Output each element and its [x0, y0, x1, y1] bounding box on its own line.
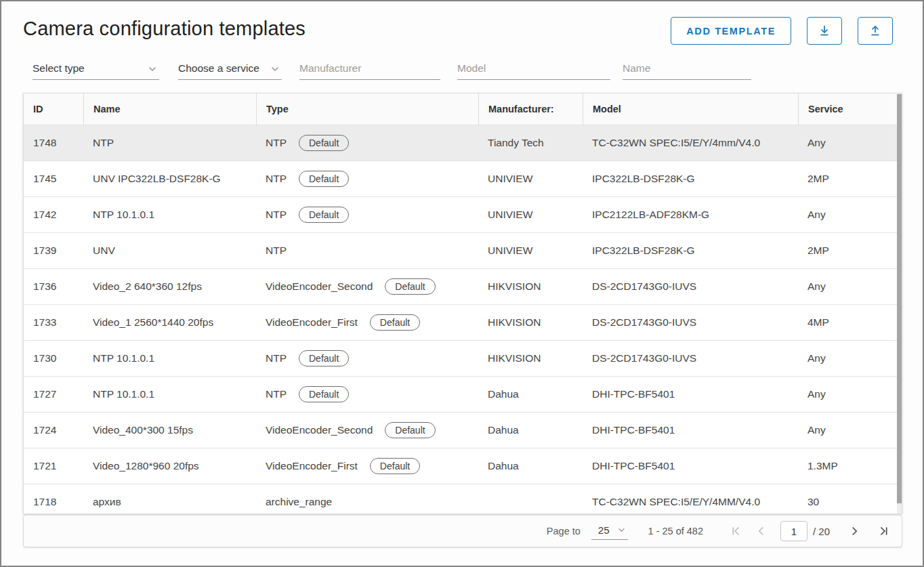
chevron-left-icon	[754, 524, 769, 539]
first-page-button[interactable]	[728, 523, 744, 539]
column-header-id[interactable]: ID	[24, 93, 83, 125]
cell-service: 2MP	[798, 173, 898, 185]
first-page-icon	[728, 524, 743, 539]
manufacturer-field	[299, 58, 440, 80]
previous-page-button[interactable]	[753, 523, 770, 539]
last-page-button[interactable]	[876, 523, 892, 539]
service-select[interactable]: Choose a service	[178, 58, 282, 80]
last-page-icon	[877, 524, 891, 539]
export-button[interactable]	[807, 17, 842, 45]
cell-manufacturer: Dahua	[478, 388, 583, 400]
cell-name: UNV	[83, 245, 256, 257]
import-button[interactable]	[858, 17, 893, 45]
column-header-manufacturer[interactable]: Manufacturer:	[478, 93, 583, 125]
cell-model: DHI-TPC-BF5401	[583, 388, 798, 400]
column-header-type[interactable]: Type	[256, 93, 478, 125]
cell-id: 1736	[24, 280, 83, 293]
column-header-service[interactable]: Service	[798, 93, 898, 125]
table-row[interactable]: 1730 NTP 10.1.0.1 NTP Default HIKVISION …	[24, 341, 898, 377]
cell-manufacturer: HIKVISION	[478, 352, 583, 364]
page-number-input[interactable]	[780, 521, 807, 541]
cell-type: VideoEncoder_Second Default	[256, 278, 478, 295]
cell-id: 1724	[24, 424, 83, 436]
table-row[interactable]: 1742 NTP 10.1.0.1 NTP Default UNIVIEW IP…	[24, 197, 898, 233]
table-row[interactable]: 1721 Video_1280*960 20fps VideoEncoder_F…	[24, 448, 898, 484]
cell-name: NTP	[83, 137, 256, 149]
cell-model: DS-2CD1743G0-IUVS	[583, 352, 798, 364]
default-badge: Default	[370, 458, 420, 474]
cell-id: 1748	[24, 137, 83, 149]
type-text: NTP	[266, 352, 287, 364]
upload-icon	[867, 23, 883, 39]
templates-table: ID Name Type Manufacturer: Model Service…	[23, 93, 902, 514]
cell-type: VideoEncoder_Second Default	[256, 422, 478, 438]
cell-model: TC-C32WN SPEC:I5/E/Y/4mm/V4.0	[583, 137, 798, 149]
table-scrollbar[interactable]	[897, 93, 902, 513]
type-select[interactable]: Select type	[33, 58, 159, 80]
type-text: NTP	[266, 209, 287, 221]
cell-name: NTP 10.1.0.1	[83, 388, 256, 400]
cell-name: Video_1 2560*1440 20fps	[83, 316, 256, 329]
model-input[interactable]	[457, 62, 610, 76]
cell-model: TC-C32WN SPEC:I5/E/Y/4MM/V4.0	[583, 496, 798, 508]
cell-id: 1721	[24, 460, 83, 472]
cell-type: NTP Default	[256, 207, 478, 223]
chevron-right-icon	[847, 524, 862, 539]
cell-name: NTP 10.1.0.1	[83, 209, 256, 221]
cell-type: NTP Default	[256, 171, 478, 187]
manufacturer-input[interactable]	[299, 62, 440, 76]
table-row[interactable]: 1745 UNV IPC322LB-DSF28K-G NTP Default U…	[24, 161, 898, 197]
table-row[interactable]: 1739 UNV NTP UNIVIEW IPC322LB-DSF28K-G 2…	[24, 233, 898, 269]
page-size-select[interactable]: 25	[591, 523, 628, 540]
cell-type: NTP Default	[256, 135, 478, 151]
chevron-down-icon	[618, 528, 625, 532]
name-field	[623, 58, 751, 80]
cell-id: 1745	[24, 173, 83, 185]
scrollbar-thumb[interactable]	[897, 94, 902, 503]
table-row[interactable]: 1724 Video_400*300 15fps VideoEncoder_Se…	[24, 413, 898, 448]
cell-service: Any	[798, 388, 898, 400]
cell-model: IPC322LB-DSF28K-G	[583, 173, 798, 185]
cell-service: 2MP	[798, 245, 898, 257]
type-text: VideoEncoder_First	[266, 316, 358, 329]
next-page-button[interactable]	[846, 523, 862, 539]
table-row[interactable]: 1718 архив archive_range TC-C32WN SPEC:I…	[24, 484, 898, 514]
type-text: NTP	[266, 137, 287, 149]
table-row[interactable]: 1727 NTP 10.1.0.1 NTP Default Dahua DHI-…	[24, 377, 898, 413]
cell-id: 1742	[24, 209, 83, 221]
cell-name: Video_400*300 15fps	[83, 424, 256, 436]
column-header-model[interactable]: Model	[583, 93, 798, 125]
model-field	[457, 58, 610, 80]
cell-service: Any	[798, 209, 898, 221]
cell-manufacturer: Dahua	[478, 460, 583, 472]
add-template-button[interactable]: ADD TEMPLATE	[671, 17, 791, 45]
pager-controls: / 20	[728, 521, 892, 541]
table-row[interactable]: 1748 NTP NTP Default Tiandy Tech TC-C32W…	[24, 125, 898, 161]
type-text: NTP	[266, 245, 287, 257]
cell-model: IPC322LB-DSF28K-G	[583, 245, 798, 257]
cell-manufacturer: Tiandy Tech	[478, 137, 583, 149]
cell-name: Video_2 640*360 12fps	[83, 280, 256, 293]
cell-id: 1730	[24, 352, 83, 364]
default-badge: Default	[299, 350, 349, 366]
chevron-down-icon	[271, 66, 279, 72]
range-text: 1 - 25 of 482	[648, 526, 703, 537]
download-icon	[816, 23, 833, 39]
default-badge: Default	[385, 422, 435, 438]
table-row[interactable]: 1736 Video_2 640*360 12fps VideoEncoder_…	[24, 269, 898, 305]
cell-type: VideoEncoder_First Default	[256, 314, 478, 331]
name-input[interactable]	[623, 62, 751, 76]
cell-id: 1739	[24, 245, 83, 257]
type-select-label: Select type	[33, 62, 85, 76]
cell-service: 30	[798, 496, 898, 508]
service-select-label: Choose a service	[178, 62, 259, 76]
table-body: 1748 NTP NTP Default Tiandy Tech TC-C32W…	[24, 125, 902, 514]
cell-id: 1727	[24, 388, 83, 400]
camera-templates-page: Camera configuration templates ADD TEMPL…	[0, 0, 924, 567]
header-actions: ADD TEMPLATE	[671, 17, 893, 45]
cell-service: 4MP	[798, 316, 898, 329]
type-text: archive_range	[266, 496, 332, 508]
column-header-name[interactable]: Name	[83, 93, 256, 125]
table-row[interactable]: 1733 Video_1 2560*1440 20fps VideoEncode…	[24, 305, 898, 341]
cell-name: UNV IPC322LB-DSF28K-G	[83, 173, 256, 185]
